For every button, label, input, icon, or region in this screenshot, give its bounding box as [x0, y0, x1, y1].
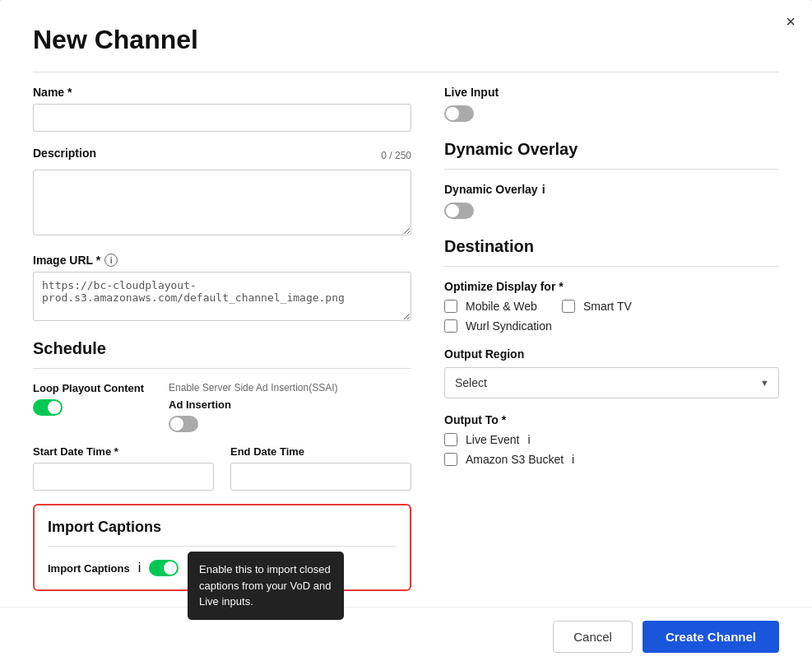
import-captions-title: Import Captions	[48, 519, 397, 536]
live-input-label: Live Input	[444, 86, 779, 99]
image-url-info-icon[interactable]: i	[104, 254, 118, 267]
schedule-toggles-row: Loop Playout Content Enable Server Side …	[33, 382, 411, 432]
amazon-s3-label: Amazon S3 Bucket	[466, 453, 564, 466]
amazon-s3-checkbox-row[interactable]: Amazon S3 Bucket i	[444, 453, 779, 466]
amazon-s3-info-icon[interactable]: i	[572, 453, 574, 466]
date-row: Start Date Time * End Date Time	[33, 445, 411, 491]
start-date-input[interactable]	[33, 463, 214, 491]
image-url-input[interactable]: https://bc-cloudplayout-prod.s3.amazonaw…	[33, 272, 411, 321]
live-input-group: Live Input	[444, 86, 779, 125]
smart-tv-label: Smart TV	[583, 300, 632, 313]
char-count: 0 / 250	[381, 150, 411, 161]
import-captions-info-icon[interactable]: i	[138, 561, 142, 575]
mobile-web-checkbox[interactable]	[444, 300, 457, 313]
loop-playout-group: Loop Playout Content	[33, 382, 144, 416]
description-field-group: Description 0 / 250	[33, 147, 411, 239]
mobile-web-checkbox-row[interactable]: Mobile & Web	[444, 300, 537, 313]
output-to-label: Output To *	[444, 413, 779, 426]
live-input-toggle[interactable]	[444, 105, 474, 122]
name-label: Name *	[33, 86, 411, 99]
wurl-checkbox-row[interactable]: Wurl Syndication	[444, 319, 779, 333]
right-column: Live Input Dynamic Overlay Dynamic Overl…	[444, 86, 779, 591]
modal-body: Name * Description 0 / 250 Image URL * i…	[33, 86, 779, 591]
left-column: Name * Description 0 / 250 Image URL * i…	[33, 86, 411, 591]
dynamic-overlay-toggle[interactable]	[444, 203, 474, 219]
create-channel-button[interactable]: Create Channel	[643, 621, 779, 653]
import-captions-toggle[interactable]	[149, 560, 179, 576]
ad-insertion-group: Enable Server Side Ad Insertion(SSAI) Ad…	[169, 382, 337, 432]
smart-tv-checkbox-row[interactable]: Smart TV	[562, 300, 632, 313]
start-date-group: Start Date Time *	[33, 445, 214, 491]
description-label: Description	[33, 147, 96, 160]
ssai-label: Enable Server Side Ad Insertion(SSAI)	[169, 382, 337, 394]
loop-playout-toggle[interactable]	[33, 399, 63, 416]
dynamic-overlay-label: Dynamic Overlay i	[444, 183, 779, 196]
dynamic-overlay-title: Dynamic Overlay	[444, 140, 779, 159]
live-event-checkbox[interactable]	[444, 433, 457, 446]
output-to-checkboxes: Live Event i Amazon S3 Bucket i	[444, 433, 779, 466]
live-event-info-icon[interactable]: i	[527, 433, 530, 446]
description-label-row: Description 0 / 250	[33, 147, 411, 165]
output-region-select[interactable]: Select	[444, 367, 779, 398]
output-region-label: Output Region	[444, 347, 779, 361]
name-input[interactable]	[33, 104, 411, 132]
modal-title: New Channel	[33, 25, 779, 55]
dynamic-overlay-group: Dynamic Overlay i	[444, 183, 779, 222]
ad-insertion-toggle[interactable]	[169, 416, 198, 432]
end-date-label: End Date Time	[230, 445, 411, 458]
live-event-checkbox-row[interactable]: Live Event i	[444, 433, 779, 446]
start-date-label: Start Date Time *	[33, 445, 214, 458]
output-region-select-wrapper: Select	[444, 367, 779, 398]
optimize-checkboxes: Mobile & Web Smart TV	[444, 300, 779, 313]
close-button[interactable]: ×	[786, 13, 796, 30]
live-event-label: Live Event	[466, 433, 519, 446]
end-date-group: End Date Time	[230, 445, 411, 491]
optimize-display-label: Optimize Display for *	[444, 280, 779, 293]
image-url-field-group: Image URL * i https://bc-cloudplayout-pr…	[33, 254, 411, 324]
modal-footer: Cancel Create Channel	[0, 607, 812, 666]
output-region-group: Output Region Select	[444, 347, 779, 398]
loop-playout-label: Loop Playout Content	[33, 382, 144, 394]
description-input[interactable]	[33, 170, 411, 235]
dynamic-overlay-info-icon[interactable]: i	[542, 183, 545, 196]
mobile-web-label: Mobile & Web	[466, 300, 537, 313]
image-url-label: Image URL * i	[33, 254, 411, 267]
name-field-group: Name *	[33, 86, 411, 132]
wurl-label: Wurl Syndication	[466, 319, 552, 333]
end-date-input[interactable]	[230, 463, 411, 491]
import-captions-tooltip: Enable this to import closed captions fr…	[188, 552, 344, 620]
optimize-display-group: Optimize Display for * Mobile & Web Smar…	[444, 280, 779, 333]
ad-insertion-label: Ad Insertion	[169, 398, 337, 411]
import-captions-label: Import Captions	[48, 562, 130, 575]
output-to-group: Output To * Live Event i Amazon S3 Bucke…	[444, 413, 779, 466]
new-channel-modal: × New Channel Name * Description 0 / 250…	[0, 0, 812, 666]
amazon-s3-checkbox[interactable]	[444, 453, 457, 466]
smart-tv-checkbox[interactable]	[562, 300, 575, 313]
wurl-checkbox[interactable]	[444, 319, 457, 333]
import-captions-row: Import Captions i Enable this to import …	[48, 560, 397, 576]
destination-title: Destination	[444, 237, 779, 256]
import-captions-box: Import Captions Import Captions i Enable…	[33, 504, 411, 591]
cancel-button[interactable]: Cancel	[553, 621, 633, 653]
schedule-title: Schedule	[33, 339, 411, 358]
